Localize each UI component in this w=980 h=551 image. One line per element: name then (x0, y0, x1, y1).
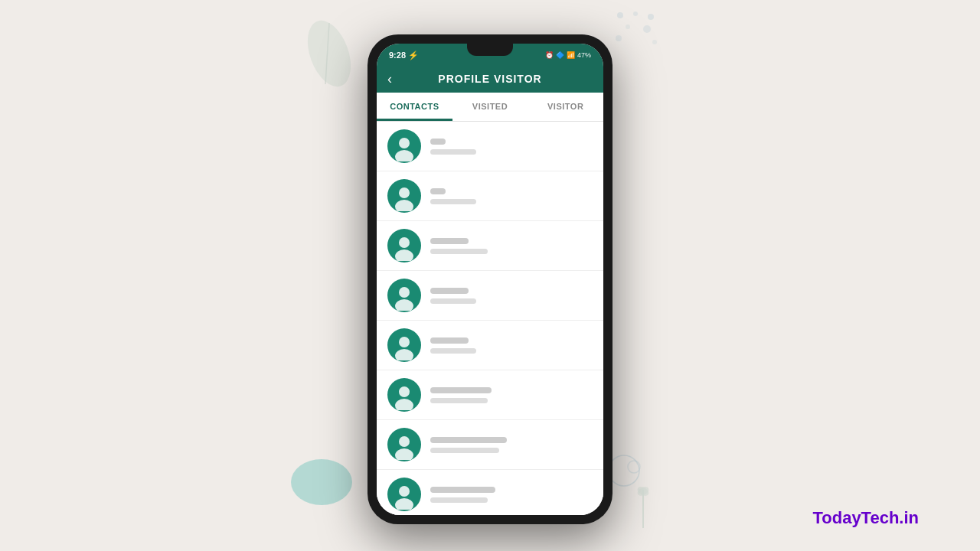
svg-line-1 (325, 23, 329, 84)
svg-point-26 (399, 436, 410, 447)
svg-point-8 (652, 40, 657, 44)
watermark: TodayTech.in (812, 508, 919, 528)
tab-bar: CONTACTS VISITED VISITOR (377, 93, 603, 122)
svg-point-29 (395, 498, 413, 510)
svg-point-28 (399, 486, 410, 497)
avatar (387, 478, 421, 511)
svg-point-20 (399, 287, 410, 298)
contact-item[interactable] (377, 122, 603, 171)
contact-sub-blur (430, 348, 476, 354)
phone-device: 9:28 ⚡ ⏰ 🔷 📶 47% ‹ PROFILE VISITOR CONTA… (368, 34, 612, 524)
svg-point-24 (399, 386, 410, 397)
svg-point-5 (626, 24, 630, 29)
status-time: 9:28 ⚡ (389, 51, 419, 60)
avatar (387, 229, 421, 262)
tab-contacts[interactable]: CONTACTS (377, 93, 452, 121)
svg-point-9 (609, 455, 639, 486)
contact-info (430, 139, 593, 155)
contact-name-blur (430, 437, 507, 443)
svg-point-19 (395, 249, 413, 261)
contact-item[interactable] (377, 470, 603, 515)
contact-info (430, 387, 593, 403)
avatar (387, 378, 421, 412)
svg-point-7 (616, 35, 622, 41)
contact-sub-blur (430, 249, 488, 254)
contact-info (430, 238, 593, 254)
contact-item[interactable] (377, 321, 603, 370)
contact-info (430, 188, 593, 204)
svg-point-18 (399, 237, 410, 248)
svg-point-17 (395, 200, 413, 211)
svg-point-13 (636, 485, 651, 498)
svg-point-3 (633, 11, 638, 16)
contact-sub-blur (430, 298, 476, 304)
contact-sub-blur (430, 149, 476, 155)
contact-info (430, 288, 593, 304)
contact-name-blur (430, 139, 446, 145)
phone-screen: 9:28 ⚡ ⏰ 🔷 📶 47% ‹ PROFILE VISITOR CONTA… (377, 44, 603, 515)
svg-point-21 (395, 299, 413, 311)
flower-decoration (628, 482, 658, 528)
svg-point-6 (643, 25, 651, 33)
status-icons: ⏰ 🔷 📶 47% (545, 51, 591, 59)
bluetooth-icon: 🔷 (556, 51, 564, 59)
contact-list (377, 122, 603, 515)
contact-name-blur (430, 387, 492, 393)
contact-sub-blur (430, 199, 476, 204)
avatar (387, 279, 421, 312)
contact-name-blur (430, 337, 469, 344)
header-title: PROFILE VISITOR (438, 73, 541, 85)
contact-sub-blur (430, 497, 488, 503)
svg-point-0 (299, 15, 359, 92)
alarm-icon: ⏰ (545, 51, 554, 59)
leaf-icon (299, 15, 360, 92)
contact-sub-blur (430, 448, 499, 453)
contact-item[interactable] (377, 271, 603, 321)
avatar (387, 179, 421, 213)
svg-point-16 (399, 187, 410, 198)
contact-name-blur (430, 487, 495, 493)
contact-sub-blur (430, 398, 488, 403)
wifi-icon: 📶 (567, 51, 575, 59)
time-display: 9:28 (389, 51, 406, 60)
svg-point-15 (395, 150, 413, 161)
teal-blob (291, 459, 352, 505)
svg-point-27 (395, 448, 413, 460)
svg-point-4 (648, 14, 654, 20)
svg-point-2 (617, 12, 623, 18)
svg-point-14 (399, 138, 410, 148)
avatar (387, 129, 421, 163)
contact-name-blur (430, 238, 469, 244)
contact-name-blur (430, 288, 469, 294)
avatar (387, 428, 421, 461)
contact-item[interactable] (377, 221, 603, 271)
tab-visitor[interactable]: VISITOR (528, 93, 603, 121)
contact-info (430, 437, 593, 453)
battery-display: 47% (577, 51, 591, 59)
svg-point-10 (628, 461, 640, 473)
svg-point-12 (636, 485, 651, 498)
back-button[interactable]: ‹ (387, 71, 392, 87)
contact-info (430, 337, 593, 354)
charging-icon: ⚡ (408, 51, 419, 60)
svg-point-22 (399, 337, 410, 347)
contact-item[interactable] (377, 370, 603, 420)
contact-item[interactable] (377, 420, 603, 470)
svg-point-25 (395, 399, 413, 410)
dots-decoration (612, 8, 658, 54)
avatar (387, 328, 421, 362)
contact-name-blur (430, 188, 446, 194)
svg-point-23 (395, 349, 413, 360)
contact-item[interactable] (377, 171, 603, 221)
tab-visited[interactable]: VISITED (452, 93, 528, 121)
app-header: ‹ PROFILE VISITOR (377, 65, 603, 93)
phone-notch (467, 44, 513, 56)
contact-info (430, 487, 593, 503)
